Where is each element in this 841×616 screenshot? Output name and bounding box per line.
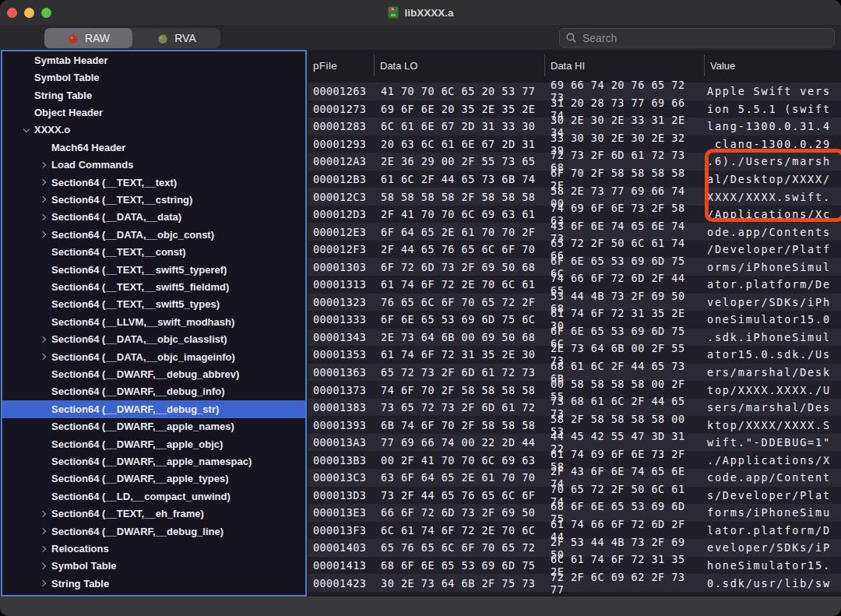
hex-row-value: XXXX/XXXX.swift. bbox=[705, 191, 841, 203]
sidebar-item[interactable]: Section64 (__LD,__compact_unwind) bbox=[2, 488, 305, 505]
sidebar-item-label: Symbol Table bbox=[51, 560, 117, 572]
sidebar-item-label: Section64 (__TEXT,__swift5_types) bbox=[51, 298, 220, 310]
hex-row[interactable]: 0000142330 2E 73 64 6B 2F 75 7372 2F 6C … bbox=[308, 574, 841, 592]
hex-row-value: lang-1300.0.31.4 bbox=[705, 120, 841, 132]
hex-row-value: oneSimulator15.0 bbox=[705, 313, 841, 326]
hex-row-value: top/XXXX.XXXX./U bbox=[705, 384, 841, 396]
sidebar-item[interactable]: Section64 (__DATA,__objc_imageinfo) bbox=[2, 348, 305, 365]
hex-row-value: eveloper/SDKs/iP bbox=[705, 541, 841, 554]
sidebar-item[interactable]: Section64 (__TEXT,__swift5_fieldmd) bbox=[2, 278, 305, 295]
sidebar-item-label: Section64 (__LD,__compact_unwind) bbox=[51, 491, 230, 502]
sidebar-item[interactable]: Section64 (__TEXT,__swift5_types) bbox=[2, 296, 305, 313]
hex-row-address: 000012A3 bbox=[308, 155, 375, 167]
hex-row-value: honeSimulator15. bbox=[705, 559, 841, 572]
sidebar-item[interactable]: String Table bbox=[2, 575, 305, 592]
hex-row-address: 00001283 bbox=[308, 120, 375, 132]
sidebar-item[interactable]: Section64 (__DWARF,__debug_info) bbox=[2, 383, 305, 400]
hex-row-data-lo: 2E 36 29 00 2F 55 73 65 bbox=[375, 155, 545, 167]
sidebar-item[interactable]: Section64 (__DWARF,__apple_namespac) bbox=[2, 452, 305, 470]
hex-row-data-lo: 65 76 65 6C 6F 70 65 72 bbox=[375, 541, 545, 554]
chevron-right-icon[interactable] bbox=[40, 511, 46, 517]
sidebar-item-label: Symtab Header bbox=[34, 55, 108, 66]
sidebar-item[interactable]: Section64 (__DWARF,__apple_objc) bbox=[2, 435, 305, 452]
hex-row-address: 000012D3 bbox=[308, 208, 375, 220]
sidebar-item[interactable]: Relocations bbox=[2, 540, 305, 557]
sidebar-item[interactable]: Load Commands bbox=[2, 156, 305, 173]
sidebar-item-label: Mach64 Header bbox=[51, 142, 125, 153]
sidebar-item[interactable]: Section64 (__LLVM,__swift_modhash) bbox=[2, 313, 305, 330]
search-input[interactable] bbox=[581, 31, 834, 45]
chevron-right-icon[interactable] bbox=[40, 214, 46, 220]
sidebar-item[interactable]: Symbol Table bbox=[2, 69, 305, 86]
hex-row-value: orms/iPhoneSimul bbox=[705, 261, 841, 273]
sidebar-item[interactable]: Section64 (__DWARF,__debug_abbrev) bbox=[2, 365, 305, 382]
sidebar-item[interactable]: Section64 (__DWARF,__debug_str) bbox=[2, 400, 305, 417]
sidebar-item-label: Section64 (__DWARF,__apple_types) bbox=[51, 473, 229, 484]
chevron-right-icon[interactable] bbox=[40, 580, 46, 586]
hex-row-address: 00001263 bbox=[308, 85, 375, 97]
hex-row-data-lo: 6B 74 6F 70 2F 58 58 58 bbox=[375, 419, 545, 431]
sidebar-item[interactable]: XXXX.o bbox=[2, 121, 305, 139]
sidebar-item[interactable]: Symtab Header bbox=[2, 51, 305, 69]
sidebar-item[interactable]: String Table bbox=[2, 86, 305, 104]
chevron-right-icon[interactable] bbox=[40, 179, 46, 185]
sidebar-item[interactable]: Section64 (__DATA,__objc_const) bbox=[2, 226, 305, 243]
hex-row-data-lo: 61 74 6F 72 31 35 2E 30 bbox=[375, 348, 545, 361]
hex-row-value: ers/marshal/Desk bbox=[705, 366, 841, 378]
hex-row-data-hi: 72 2F 6C 69 62 2F 73 77 bbox=[545, 571, 705, 596]
sidebar-item[interactable]: Section64 (__DWARF,__apple_names) bbox=[2, 418, 305, 435]
chevron-right-icon[interactable] bbox=[40, 563, 46, 569]
chevron-right-icon[interactable] bbox=[40, 528, 46, 534]
search-field[interactable] bbox=[559, 28, 835, 48]
hex-row-address: 00001333 bbox=[308, 313, 375, 326]
sidebar-item-label: Section64 (__TEXT,__swift5_fieldmd) bbox=[51, 281, 229, 293]
hex-row-address: 000012E3 bbox=[308, 226, 375, 238]
hex-row-data-lo: 68 6F 6E 65 53 69 6D 75 bbox=[375, 559, 545, 572]
tab-rva[interactable]: RVA bbox=[132, 28, 220, 48]
chevron-right-icon[interactable] bbox=[40, 545, 46, 551]
search-icon bbox=[566, 33, 576, 43]
sidebar-item-label: Section64 (__TEXT,__swift5_typeref) bbox=[51, 264, 227, 276]
sidebar-item[interactable]: Object Header bbox=[2, 104, 305, 121]
sidebar-item[interactable]: Section64 (__TEXT,__swift5_typeref) bbox=[2, 261, 305, 278]
hex-row-value: ion 5.5.1 (swift bbox=[705, 103, 841, 115]
sidebar-item[interactable]: Section64 (__DWARF,__debug_line) bbox=[2, 523, 305, 540]
sidebar-item-label: Section64 (__TEXT,__cstring) bbox=[51, 194, 192, 206]
chevron-right-icon[interactable] bbox=[40, 231, 46, 238]
column-header-data-lo: Data LO bbox=[375, 55, 545, 76]
tab-raw[interactable]: RAW bbox=[44, 28, 132, 48]
hex-row-address: 00001353 bbox=[308, 348, 375, 361]
sidebar-item[interactable]: Section64 (__TEXT,__text) bbox=[2, 174, 305, 191]
chevron-right-icon[interactable] bbox=[40, 336, 46, 342]
hex-row-data-lo: 6C 61 74 6F 72 2E 70 6C bbox=[375, 524, 545, 537]
chevron-right-icon[interactable] bbox=[40, 196, 46, 202]
sidebar-item[interactable]: Section64 (__DWARF,__apple_types) bbox=[2, 470, 305, 488]
sidebar-item-label: Section64 (__DATA,__objc_const) bbox=[51, 229, 214, 241]
chevron-right-icon[interactable] bbox=[40, 161, 46, 167]
hex-row-data-lo: 00 2F 41 70 70 6C 69 63 bbox=[375, 454, 545, 466]
sidebar-item[interactable]: Mach64 Header bbox=[2, 139, 305, 156]
sidebar-item[interactable]: Symbol Table bbox=[2, 558, 305, 575]
hex-row-address: 00001303 bbox=[308, 261, 375, 273]
hex-row-data-lo: 69 6F 6E 20 35 2E 35 2E bbox=[375, 103, 545, 115]
sidebar-item[interactable]: Section64 (__TEXT,__cstring) bbox=[2, 191, 305, 208]
sidebar-item[interactable]: Section64 (__DATA,__data) bbox=[2, 209, 305, 226]
chevron-down-icon[interactable] bbox=[23, 126, 30, 132]
sidebar-item-label: Section64 (__DWARF,__debug_info) bbox=[51, 385, 224, 397]
tab-raw-label: RAW bbox=[85, 32, 110, 44]
sidebar-item-label: Section64 (__DWARF,__apple_objc) bbox=[51, 438, 223, 450]
sidebar-item-label: XXXX.o bbox=[34, 124, 70, 136]
hex-row-address: 00001323 bbox=[308, 296, 375, 308]
tab-rva-label: RVA bbox=[174, 32, 196, 44]
sidebar-item-label: Section64 (__DWARF,__debug_abbrev) bbox=[51, 368, 239, 380]
chevron-right-icon[interactable] bbox=[40, 354, 46, 360]
column-header-pfile: pFile bbox=[308, 55, 375, 76]
hex-row-value: /Applications/Xc bbox=[705, 208, 841, 220]
sidebar-item[interactable]: Section64 (__TEXT,__eh_frame) bbox=[2, 505, 305, 523]
sidebar-item[interactable]: Section64 (__TEXT,__const) bbox=[2, 243, 305, 260]
sidebar-item[interactable]: Section64 (__DATA,__objc_classlist) bbox=[2, 331, 305, 348]
hex-row-address: 000012C3 bbox=[308, 191, 375, 203]
red-apple-icon bbox=[67, 32, 79, 44]
hex-row-address: 00001363 bbox=[308, 366, 375, 378]
sidebar-item-label: Section64 (__TEXT,__eh_frame) bbox=[51, 508, 204, 519]
